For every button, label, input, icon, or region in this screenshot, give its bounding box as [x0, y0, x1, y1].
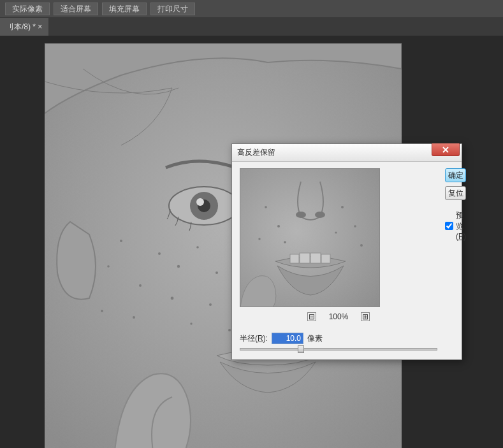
svg-point-49	[284, 241, 286, 243]
canvas-area: 高反差保留	[0, 36, 503, 448]
svg-rect-38	[290, 254, 299, 263]
svg-point-17	[171, 297, 174, 300]
svg-point-21	[133, 316, 135, 319]
svg-point-42	[265, 206, 267, 208]
svg-point-43	[277, 225, 280, 228]
svg-point-11	[177, 265, 180, 268]
dialog-title: 高反差保留	[237, 147, 275, 158]
svg-point-13	[215, 271, 218, 274]
svg-point-45	[341, 206, 344, 208]
radius-slider[interactable]	[240, 348, 437, 350]
zoom-in-button[interactable]: ⊞	[361, 312, 370, 321]
svg-point-12	[196, 246, 199, 249]
radius-input[interactable]	[272, 333, 303, 344]
svg-point-37	[315, 212, 325, 218]
svg-rect-40	[310, 253, 321, 263]
zoom-controls: ⊟ 100% ⊞	[240, 312, 437, 321]
close-button[interactable]	[432, 143, 460, 156]
svg-point-33	[101, 310, 103, 312]
fit-screen-button[interactable]: 适合屏幕	[54, 3, 98, 15]
svg-point-5	[196, 198, 204, 206]
fill-screen-button[interactable]: 填充屏幕	[102, 3, 147, 15]
svg-point-22	[190, 322, 192, 324]
zoom-out-button[interactable]: ⊟	[307, 312, 316, 321]
document-tab-bar: 刂本/8) * ×	[0, 18, 503, 36]
svg-point-48	[335, 231, 337, 233]
view-toolbar: 实际像素 适合屏幕 填充屏幕 打印尺寸	[0, 0, 503, 18]
svg-point-18	[209, 303, 212, 306]
close-icon	[442, 147, 449, 153]
svg-rect-41	[321, 254, 330, 263]
preview-column: ⊟ 100% ⊞ 半径(R): 像素	[240, 168, 437, 350]
dialog-body: ⊟ 100% ⊞ 半径(R): 像素 确定 复位 预览(P)	[232, 162, 462, 359]
svg-point-46	[354, 225, 356, 228]
svg-point-31	[120, 240, 122, 242]
preview-svg	[240, 169, 380, 307]
svg-point-16	[139, 284, 142, 287]
slider-thumb[interactable]	[298, 345, 304, 353]
radius-row: 半径(R): 像素	[240, 333, 437, 344]
ok-button[interactable]: 确定	[445, 168, 466, 182]
svg-point-47	[360, 244, 363, 247]
preview-checkbox-row[interactable]: 预览(P)	[445, 210, 466, 241]
svg-point-10	[158, 252, 161, 255]
radius-unit: 像素	[307, 333, 323, 344]
svg-point-32	[107, 265, 110, 268]
dialog-titlebar[interactable]: 高反差保留	[232, 144, 462, 162]
svg-rect-39	[300, 253, 310, 263]
actual-pixels-button[interactable]: 实际像素	[5, 3, 50, 15]
preview-checkbox[interactable]	[445, 222, 453, 230]
zoom-value: 100%	[329, 312, 349, 321]
svg-point-44	[258, 238, 260, 240]
radius-label: 半径(R):	[240, 333, 268, 344]
reset-button[interactable]: 复位	[445, 186, 466, 200]
filter-preview[interactable]	[240, 168, 380, 307]
document-tab[interactable]: 刂本/8) * ×	[0, 18, 49, 36]
print-size-button[interactable]: 打印尺寸	[150, 3, 195, 15]
button-column: 确定 复位 预览(P)	[445, 168, 466, 350]
preview-label: 预览(P)	[456, 210, 466, 241]
svg-point-36	[296, 212, 306, 218]
high-pass-dialog: 高反差保留	[231, 143, 462, 360]
svg-point-23	[228, 329, 231, 331]
